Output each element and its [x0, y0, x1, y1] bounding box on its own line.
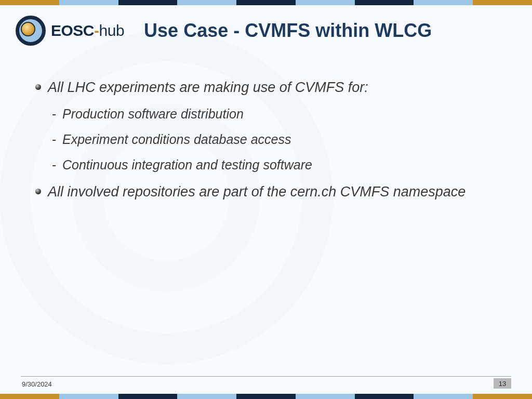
list-item: All involved repositories are part of th… [35, 182, 506, 202]
list-item: Experiment conditions database access [48, 130, 506, 149]
logo-word-eosc: EOSC [51, 22, 94, 39]
slide-title: Use Case - CVMFS within WLCG [134, 20, 516, 42]
list-item: Production software distribution [48, 105, 506, 123]
bullet-text: All LHC experiments are making use of CV… [48, 79, 368, 95]
slide: EOSC-hub Use Case - CVMFS within WLCG Al… [0, 0, 532, 399]
sub-bullet-text: Continuous integration and testing softw… [62, 157, 312, 172]
slide-body: All LHC experiments are making use of CV… [35, 78, 506, 210]
page-number: 13 [494, 378, 511, 389]
bullet-text: All involved repositories are part of th… [48, 184, 466, 200]
bottom-stripe [0, 394, 532, 399]
sub-bullet-text: Experiment conditions database access [62, 132, 291, 147]
footer-date: 9/30/2024 [22, 380, 52, 388]
footer-divider [21, 376, 511, 377]
sub-bullet-list: Production software distribution Experim… [48, 105, 506, 174]
list-item: Continuous integration and testing softw… [48, 156, 506, 174]
logo-icon [16, 16, 46, 46]
slide-footer: 9/30/2024 13 [21, 376, 511, 390]
sub-bullet-text: Production software distribution [62, 107, 244, 121]
slide-header: EOSC-hub Use Case - CVMFS within WLCG [16, 16, 516, 46]
bullet-list: All LHC experiments are making use of CV… [35, 78, 506, 202]
logo-word-hub: hub [99, 22, 125, 39]
top-stripe [0, 0, 532, 5]
eosc-hub-logo: EOSC-hub [16, 16, 124, 46]
logo-dash: - [94, 22, 99, 39]
list-item: All LHC experiments are making use of CV… [35, 78, 506, 174]
logo-text: EOSC-hub [51, 22, 124, 39]
